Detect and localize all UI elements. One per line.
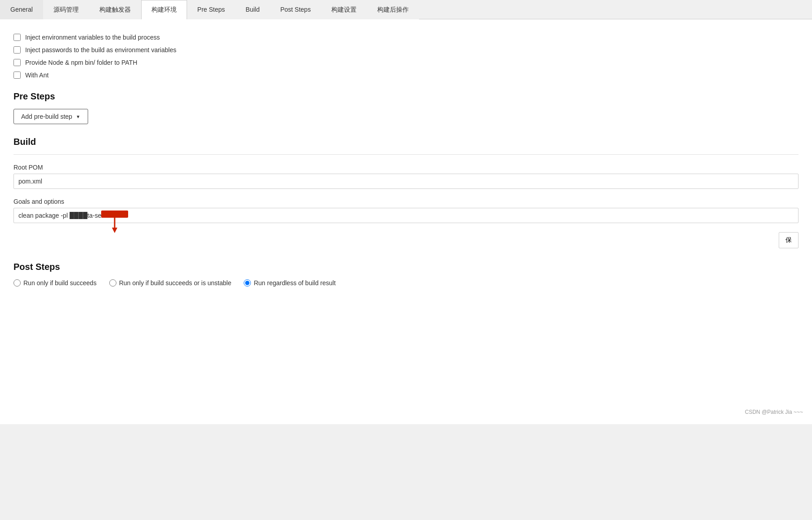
tab-triggers[interactable]: 构建触发器 (89, 0, 141, 19)
goals-input[interactable] (13, 208, 799, 223)
pre-steps-section: Pre Steps Add pre-build step ▼ (13, 91, 799, 124)
tab-env[interactable]: 构建环境 (141, 0, 187, 19)
checkbox-label-inject-env: Inject environment variables to the buil… (25, 34, 160, 41)
tab-general[interactable]: General (0, 0, 43, 19)
tab-source[interactable]: 源码管理 (43, 0, 89, 19)
checkbox-row-inject-passwords: Inject passwords to the build as environ… (13, 46, 799, 54)
checkbox-label-provide-node: Provide Node & npm bin/ folder to PATH (25, 59, 137, 66)
tab-pre-steps[interactable]: Pre Steps (187, 0, 235, 19)
pre-steps-title: Pre Steps (13, 91, 799, 102)
add-step-label: Add pre-build step (21, 113, 72, 120)
radio-group-item-succeeds: Run only if build succeeds (13, 279, 97, 287)
radio-succeeds-unstable[interactable] (109, 279, 116, 287)
root-pom-label: Root POM (13, 164, 799, 171)
post-steps-radio-group: Run only if build succeedsRun only if bu… (13, 279, 799, 287)
checkbox-with-ant[interactable] (13, 72, 21, 79)
save-button[interactable]: 保 (779, 232, 799, 248)
tab-bar: General源码管理构建触发器构建环境Pre StepsBuildPost S… (0, 0, 812, 19)
watermark: CSDN @Patrick Jia ~~~ (745, 409, 803, 415)
checkbox-row-with-ant: With Ant (13, 72, 799, 79)
radio-label-succeeds-unstable: Run only if build succeeds or is unstabl… (119, 279, 232, 287)
tab-post-actions[interactable]: 构建后操作 (367, 0, 419, 19)
radio-group-item-succeeds-unstable: Run only if build succeeds or is unstabl… (109, 279, 232, 287)
post-steps-title: Post Steps (13, 262, 799, 272)
tab-post-steps[interactable]: Post Steps (270, 0, 321, 19)
build-title: Build (13, 137, 799, 147)
radio-label-regardless: Run regardless of build result (254, 279, 335, 287)
checkbox-label-inject-passwords: Inject passwords to the build as environ… (25, 46, 176, 54)
goals-label: Goals and options (13, 198, 799, 205)
build-divider (13, 154, 799, 155)
build-section: Build Root POM Goals and options (13, 137, 799, 223)
checkboxes-section: Inject environment variables to the buil… (13, 34, 799, 79)
root-pom-input[interactable] (13, 174, 799, 189)
content-area: Inject environment variables to the buil… (0, 19, 812, 424)
checkbox-label-with-ant: With Ant (25, 72, 49, 79)
checkbox-inject-env[interactable] (13, 34, 21, 41)
chevron-down-icon: ▼ (76, 114, 80, 119)
post-steps-section: Post Steps Run only if build succeedsRun… (13, 262, 799, 287)
tab-build[interactable]: Build (235, 0, 270, 19)
radio-succeeds[interactable] (13, 279, 21, 287)
checkbox-row-provide-node: Provide Node & npm bin/ folder to PATH (13, 59, 799, 66)
add-pre-build-step-button[interactable]: Add pre-build step ▼ (13, 109, 88, 124)
tab-settings[interactable]: 构建设置 (321, 0, 367, 19)
radio-group-item-regardless: Run regardless of build result (244, 279, 335, 287)
checkbox-row-inject-env: Inject environment variables to the buil… (13, 34, 799, 41)
radio-label-succeeds: Run only if build succeeds (23, 279, 97, 287)
checkbox-provide-node[interactable] (13, 59, 21, 66)
checkbox-inject-passwords[interactable] (13, 46, 21, 54)
save-button-area: 保 (13, 232, 799, 248)
radio-regardless[interactable] (244, 279, 251, 287)
